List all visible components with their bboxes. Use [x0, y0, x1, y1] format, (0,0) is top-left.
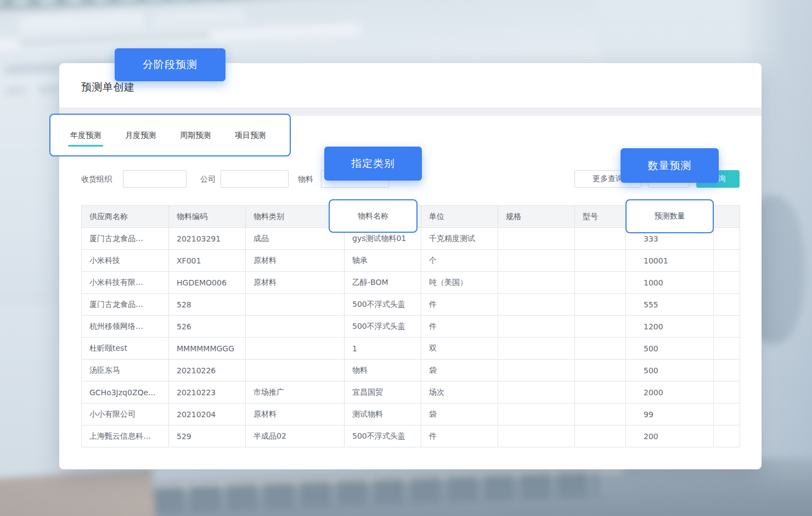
table-cell: [714, 250, 740, 272]
table-cell: [714, 294, 740, 316]
table-cell: 500: [626, 338, 714, 360]
table-cell: 20210226: [169, 360, 246, 382]
table-cell: 20210204: [169, 403, 246, 425]
table-cell: [498, 403, 575, 425]
table-cell: 原材料: [246, 272, 345, 294]
table-cell: 小米科技: [82, 250, 169, 272]
table-cell: 1000: [626, 272, 714, 294]
badge-staged-forecast: 分阶段预测: [115, 48, 225, 81]
table-body: 厦门古龙食品…202103291成品gys测试物料01千克精度测试333小米科技…: [82, 228, 740, 447]
table-cell: 宜昌国贸: [345, 382, 421, 403]
table-cell: [575, 425, 626, 447]
header-spec[interactable]: 规格: [498, 206, 575, 228]
table-cell: 吨（美国）: [421, 272, 498, 294]
table-cell: 物料: [345, 360, 421, 382]
table-cell: [498, 425, 575, 447]
tab-annual-forecast[interactable]: 年度预测: [70, 130, 101, 141]
table-cell: 1200: [626, 316, 714, 338]
company-input[interactable]: [221, 170, 289, 188]
forecast-tabs-highlight-box: 年度预测 月度预测 周期预测 项目预测: [49, 114, 291, 156]
header-supplier-name[interactable]: 供应商名称: [82, 206, 169, 228]
table-cell: 500不浮式头盖: [345, 294, 421, 316]
table-cell: [575, 382, 626, 403]
table-row[interactable]: 小米科技XF001原材料轴承个10001: [82, 250, 740, 272]
table-cell: 杭州移领网络…: [82, 316, 169, 338]
receiving-org-label: 收货组织: [81, 175, 112, 184]
table-cell: 乙醇-BOM: [345, 272, 421, 294]
table-cell: [575, 228, 626, 250]
table-cell: [246, 316, 345, 338]
table-cell: MMMMMMGGG: [169, 338, 246, 360]
table-cell: [498, 294, 575, 316]
table-cell: [498, 272, 575, 294]
tab-period-forecast[interactable]: 周期预测: [180, 130, 211, 141]
table-cell: [575, 338, 626, 360]
table-cell: 厦门古龙食品…: [82, 228, 169, 250]
table-cell: [498, 250, 575, 272]
table-cell: 1: [345, 338, 421, 360]
table-cell: [246, 360, 345, 382]
table-cell: 市场推广: [246, 382, 345, 403]
forecast-qty-highlight-box: 预测数量: [625, 199, 714, 233]
table-row[interactable]: 厦门古龙食品…528500不浮式头盖件555: [82, 294, 740, 316]
table-cell: 原材料: [246, 250, 345, 272]
header-unit[interactable]: 单位: [421, 206, 498, 228]
table-cell: 汤臣东马: [82, 360, 169, 382]
company-label: 公司: [200, 175, 216, 184]
header-extra[interactable]: [714, 206, 740, 228]
table-row[interactable]: 杜昕颐testMMMMMMGGG1双500: [82, 338, 740, 360]
table-cell: [575, 316, 626, 338]
table-cell: [575, 403, 626, 425]
table-row[interactable]: 汤臣东马20210226物料袋500: [82, 360, 740, 382]
table-cell: 528: [169, 294, 246, 316]
table-cell: [575, 294, 626, 316]
table-row[interactable]: 小米科技有限…HGDEMO006原材料乙醇-BOM吨（美国）1000: [82, 272, 740, 294]
table-cell: XF001: [169, 250, 246, 272]
table-cell: 小小有限公司: [82, 403, 169, 425]
table-row[interactable]: 杭州移领网络…526500不浮式头盖件1200: [82, 316, 740, 338]
table-cell: 2000: [626, 382, 714, 403]
table-cell: 千克精度测试: [421, 228, 498, 250]
table-cell: [714, 425, 740, 447]
table-cell: 500不浮式头盖: [345, 425, 421, 447]
table-cell: 202103291: [169, 228, 246, 250]
table-cell: 529: [169, 425, 246, 447]
table-cell: 小米科技有限…: [82, 272, 169, 294]
table-cell: [714, 382, 740, 403]
table-cell: 件: [421, 425, 498, 447]
material-label: 物料: [298, 175, 313, 184]
table-cell: 杜昕颐test: [82, 338, 169, 360]
table-cell: 双: [421, 338, 498, 360]
table-cell: [714, 403, 740, 425]
header-material-code[interactable]: 物料编码: [169, 206, 246, 228]
table-cell: 个: [421, 250, 498, 272]
table-cell: 袋: [421, 403, 498, 425]
table-row[interactable]: GCHo3Jzq0ZQe...20210223市场推广宜昌国贸场次2000: [82, 382, 740, 403]
forecast-table: 供应商名称 物料编码 物料类别 物料名称 单位 规格 型号 预测数量 厦门古龙食…: [81, 205, 740, 447]
table-cell: 场次: [421, 382, 498, 403]
table-cell: 测试物料: [345, 403, 421, 425]
tab-monthly-forecast[interactable]: 月度预测: [125, 130, 156, 141]
table-cell: 件: [421, 294, 498, 316]
table-cell: 526: [169, 316, 246, 338]
receiving-org-input[interactable]: [123, 170, 187, 188]
table-row[interactable]: 上海甄云信息科…529半成品02500不浮式头盖件200: [82, 425, 740, 447]
table-row[interactable]: 小小有限公司20210204原材料测试物料袋99: [82, 403, 740, 425]
table-cell: 厦门古龙食品…: [82, 294, 169, 316]
table-cell: [498, 338, 575, 360]
badge-specify-category: 指定类别: [324, 147, 422, 181]
table-cell: [575, 272, 626, 294]
table-cell: 99: [626, 403, 714, 425]
table-cell: [246, 338, 345, 360]
table-cell: 上海甄云信息科…: [82, 425, 169, 447]
table-cell: 轴承: [345, 250, 421, 272]
table-cell: HGDEMO006: [169, 272, 246, 294]
table-cell: 20210223: [169, 382, 246, 403]
table-cell: [498, 316, 575, 338]
table-cell: 半成品02: [246, 425, 345, 447]
tab-project-forecast[interactable]: 项目预测: [235, 130, 266, 141]
table-cell: [498, 228, 575, 250]
table-cell: [498, 382, 575, 403]
table-cell: 件: [421, 316, 498, 338]
header-model[interactable]: 型号: [575, 206, 626, 228]
